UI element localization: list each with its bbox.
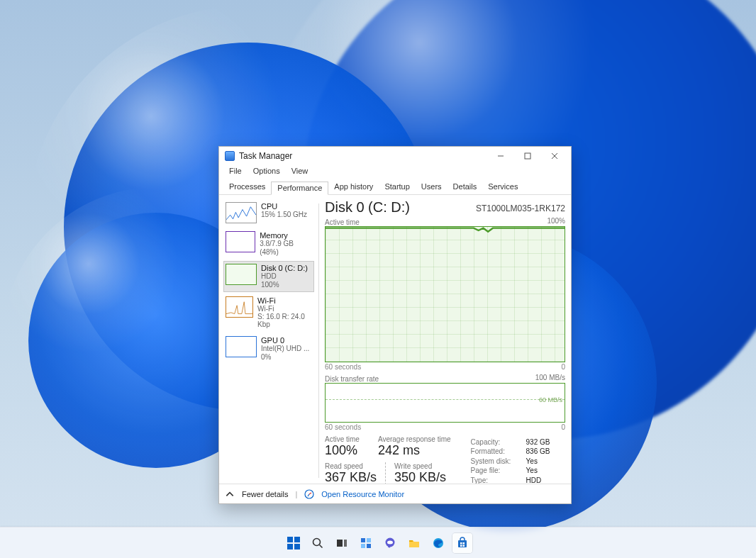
- minimize-button[interactable]: [487, 147, 514, 164]
- sidebar-item-sub: Intel(R) UHD ...: [261, 345, 309, 353]
- svg-rect-9: [361, 538, 365, 542]
- svg-rect-5: [294, 544, 300, 549]
- chevron-up-icon[interactable]: [225, 489, 235, 499]
- tab-startup[interactable]: Startup: [379, 181, 415, 194]
- memory-thumb-icon: [226, 231, 255, 252]
- tab-users[interactable]: Users: [416, 181, 448, 194]
- sidebar-item-sub2: 0%: [261, 353, 309, 361]
- active-time-graph[interactable]: [325, 226, 565, 362]
- graph1-label-right: 100%: [547, 217, 565, 226]
- svg-rect-11: [361, 544, 365, 548]
- sidebar-item-label: CPU: [261, 202, 307, 211]
- sidebar-item-wifi[interactable]: Wi-Fi Wi-Fi S: 16.0 R: 24.0 Kbp: [223, 294, 314, 333]
- sidebar-item-sub2: 100%: [261, 281, 308, 289]
- tab-bar: Processes Performance App history Startu…: [219, 179, 571, 195]
- sidebar-item-label: Disk 0 (C: D:): [261, 264, 308, 272]
- svg-rect-7: [337, 540, 343, 547]
- disk-thumb-icon: [226, 264, 257, 285]
- title-bar[interactable]: Task Manager: [219, 147, 571, 165]
- performance-main: Disk 0 (C: D:) ST1000LM035-1RK172 Active…: [325, 199, 567, 484]
- task-view-icon[interactable]: [332, 533, 352, 553]
- cpu-thumb-icon: [226, 202, 257, 223]
- tab-app-history[interactable]: App history: [328, 181, 379, 194]
- sidebar-item-sub: Wi-Fi: [257, 305, 312, 313]
- gpu-thumb-icon: [226, 336, 257, 357]
- open-resource-monitor-link[interactable]: Open Resource Monitor: [321, 490, 404, 498]
- svg-rect-12: [367, 544, 371, 548]
- taskbar[interactable]: [0, 527, 756, 558]
- svg-rect-3: [294, 537, 300, 542]
- menu-file[interactable]: File: [225, 165, 246, 179]
- svg-rect-2: [287, 537, 293, 542]
- page-title: Disk 0 (C: D:): [325, 199, 410, 216]
- graph1-label-left: Active time: [325, 218, 360, 226]
- svg-rect-18: [460, 542, 462, 545]
- transfer-rate-graph[interactable]: 60 MB/s: [325, 383, 565, 423]
- wifi-thumb-icon: [226, 296, 253, 318]
- svg-point-14: [387, 540, 393, 544]
- sidebar-item-label: Wi-Fi: [257, 296, 312, 305]
- performance-sidebar: CPU 15% 1.50 GHz Memory 3.8/7.9 GB (48%): [223, 199, 314, 484]
- task-manager-window: Task Manager File Options View Processes…: [218, 146, 572, 504]
- menu-options[interactable]: Options: [249, 165, 284, 179]
- tab-services[interactable]: Services: [482, 181, 523, 194]
- svg-rect-0: [525, 153, 530, 159]
- maximize-button[interactable]: [514, 147, 541, 164]
- svg-rect-17: [458, 540, 467, 547]
- chat-icon[interactable]: [380, 533, 400, 553]
- svg-rect-15: [409, 540, 413, 542]
- menu-bar: File Options View: [219, 165, 571, 179]
- vertical-divider: [318, 203, 319, 478]
- sidebar-item-sub: 3.8/7.9 GB (48%): [260, 240, 312, 256]
- close-button[interactable]: [541, 147, 568, 164]
- task-manager-icon: [225, 151, 235, 161]
- tab-details[interactable]: Details: [448, 181, 483, 194]
- store-icon[interactable]: [452, 533, 472, 553]
- menu-view[interactable]: View: [287, 165, 313, 179]
- start-button[interactable]: [284, 533, 304, 553]
- svg-rect-20: [460, 545, 462, 547]
- svg-rect-4: [287, 544, 293, 549]
- separator: |: [295, 490, 297, 498]
- window-title: Task Manager: [239, 151, 487, 161]
- search-icon[interactable]: [308, 533, 328, 553]
- sidebar-item-disk[interactable]: Disk 0 (C: D:) HDD 100%: [223, 261, 314, 292]
- widgets-icon[interactable]: [356, 533, 376, 553]
- disk-model: ST1000LM035-1RK172: [476, 203, 565, 213]
- fewer-details-button[interactable]: Fewer details: [242, 490, 288, 498]
- sidebar-item-label: GPU 0: [261, 336, 309, 345]
- resource-monitor-icon: [304, 489, 314, 499]
- sidebar-item-cpu[interactable]: CPU 15% 1.50 GHz: [223, 199, 314, 227]
- svg-rect-10: [367, 538, 371, 542]
- sidebar-item-memory[interactable]: Memory 3.8/7.9 GB (48%): [223, 228, 314, 260]
- footer-bar: Fewer details | Open Resource Monitor: [219, 484, 571, 503]
- sidebar-item-label: Memory: [260, 231, 312, 240]
- tab-processes[interactable]: Processes: [223, 181, 271, 194]
- svg-point-6: [313, 538, 321, 545]
- sidebar-item-gpu[interactable]: GPU 0 Intel(R) UHD ... 0%: [223, 333, 314, 364]
- file-explorer-icon[interactable]: [404, 533, 424, 553]
- svg-rect-19: [463, 542, 465, 545]
- edge-icon[interactable]: [428, 533, 448, 553]
- sidebar-item-sub: 15% 1.50 GHz: [261, 211, 307, 219]
- tab-performance[interactable]: Performance: [271, 182, 328, 195]
- sidebar-item-sub: HDD: [261, 272, 308, 281]
- svg-rect-8: [344, 540, 347, 547]
- sidebar-item-sub2: S: 16.0 R: 24.0 Kbp: [257, 313, 312, 328]
- svg-rect-21: [463, 545, 465, 547]
